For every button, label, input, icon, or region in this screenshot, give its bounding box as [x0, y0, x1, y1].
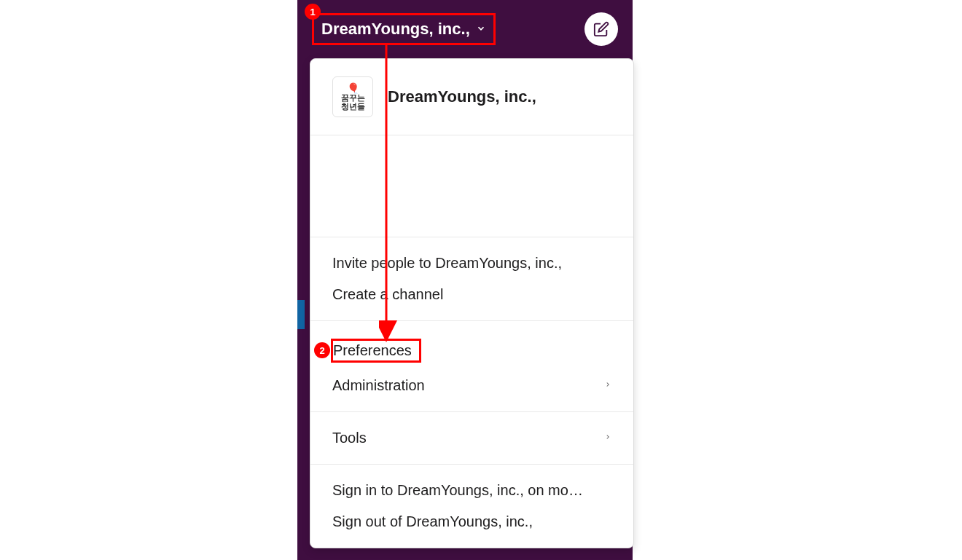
menu-section-settings: Preferences Administration: [310, 321, 633, 412]
compose-icon: [593, 21, 609, 37]
annotation-badge-2: 2: [314, 342, 330, 358]
menu-section-invite: Invite people to DreamYoungs, inc., Crea…: [310, 237, 633, 321]
menu-item-tools[interactable]: Tools: [310, 422, 633, 454]
menu-item-signout[interactable]: Sign out of DreamYoungs, inc.,: [310, 506, 633, 537]
menu-section-tools: Tools: [310, 412, 633, 465]
workspace-title: DreamYoungs, inc.,: [388, 87, 536, 106]
compose-button[interactable]: [584, 12, 618, 46]
menu-item-invite-people[interactable]: Invite people to DreamYoungs, inc.,: [310, 248, 633, 279]
workspace-logo: 🎈 꿈꾸는 청년들: [332, 76, 373, 117]
workspace-dropdown-button[interactable]: DreamYoungs, inc.,: [312, 13, 496, 45]
workspace-name: DreamYoungs, inc.,: [321, 20, 470, 39]
menu-spacer: [310, 135, 633, 237]
menu-item-create-channel[interactable]: Create a channel: [310, 279, 633, 310]
menu-item-label: Sign out of DreamYoungs, inc.,: [332, 513, 533, 530]
menu-item-signin-mobile[interactable]: Sign in to DreamYoungs, inc., on mo…: [310, 475, 633, 506]
menu-item-label: Tools: [332, 430, 367, 446]
workspace-dropdown-menu: 🎈 꿈꾸는 청년들 DreamYoungs, inc., Invite peop…: [310, 58, 634, 548]
menu-section-signin: Sign in to DreamYoungs, inc., on mo… Sig…: [310, 465, 633, 548]
menu-item-preferences[interactable]: Preferences: [310, 331, 633, 370]
active-channel-indicator: [297, 300, 305, 329]
menu-header: 🎈 꿈꾸는 청년들 DreamYoungs, inc.,: [310, 59, 633, 135]
menu-item-administration[interactable]: Administration: [310, 370, 633, 401]
chevron-right-icon: [604, 431, 611, 446]
menu-item-label: Administration: [332, 377, 425, 394]
chevron-down-icon: [476, 23, 486, 36]
menu-item-label: Sign in to DreamYoungs, inc., on mo…: [332, 482, 583, 499]
sidebar-header: DreamYoungs, inc.,: [297, 0, 633, 58]
menu-item-label: Create a channel: [332, 286, 443, 303]
menu-item-label: Invite people to DreamYoungs, inc.,: [332, 255, 562, 272]
menu-item-label: Preferences: [333, 342, 412, 358]
chevron-right-icon: [604, 379, 611, 393]
annotation-badge-1: 1: [305, 4, 321, 20]
